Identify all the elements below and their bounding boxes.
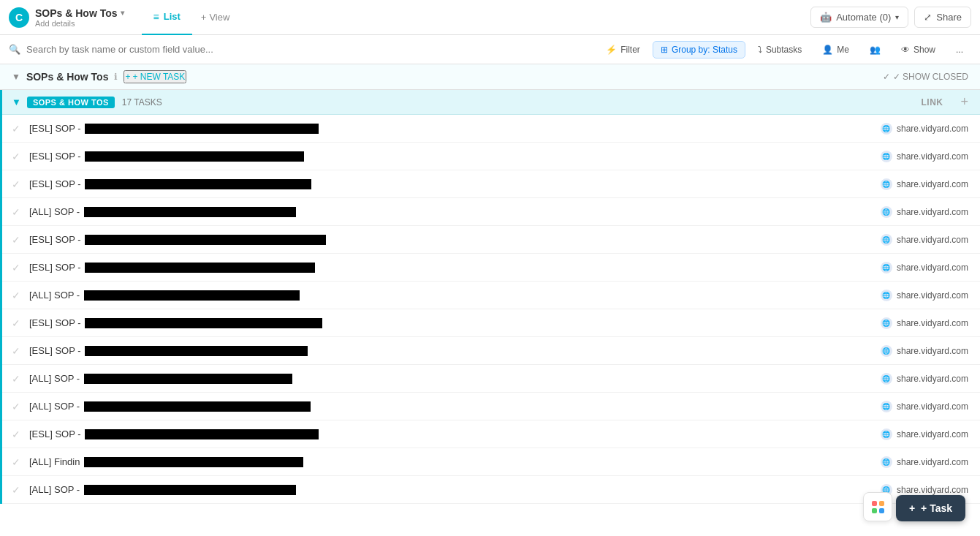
add-column-button[interactable]: + <box>960 94 968 110</box>
task-checkbox[interactable]: ✓ <box>12 206 20 218</box>
task-checkbox[interactable]: ✓ <box>12 373 20 385</box>
task-name[interactable]: [ESL] SOP - <box>29 151 822 162</box>
grid-icon <box>872 501 884 513</box>
task-checkbox[interactable]: ✓ <box>12 429 20 440</box>
task-name[interactable]: [ALL] SOP - <box>29 484 822 496</box>
task-name[interactable]: [ESL] SOP - <box>29 429 822 440</box>
group-by-button[interactable]: ⊞ Group by: Status <box>653 41 745 58</box>
task-name[interactable]: [ALL] SOP - <box>29 206 822 218</box>
task-checkbox[interactable]: ✓ <box>12 401 20 412</box>
subtasks-button[interactable]: ⤵ Subtasks <box>750 41 810 58</box>
more-button[interactable]: ... <box>948 41 971 58</box>
project-title[interactable]: SOPs & How Tos ▾ <box>35 7 124 19</box>
section-collapse-icon[interactable]: ▼ <box>12 97 21 107</box>
task-name[interactable]: [ALL] Findin <box>29 456 822 468</box>
task-checkbox[interactable]: ✓ <box>12 456 20 468</box>
tab-list[interactable]: ≡ List <box>142 0 192 35</box>
add-task-fab[interactable]: + + Task <box>896 495 965 521</box>
task-link[interactable]: 🌐 share.vidyard.com <box>822 456 968 468</box>
task-link[interactable]: 🌐 share.vidyard.com <box>822 290 968 301</box>
link-text: share.vidyard.com <box>897 318 968 328</box>
show-closed-button[interactable]: ✓ ✓ SHOW CLOSED <box>883 72 968 82</box>
task-checkbox[interactable]: ✓ <box>12 234 20 246</box>
table-row: ✓ [ESL] SOP - 🌐 share.vidyard.com <box>0 309 980 337</box>
plus-icon: + <box>125 72 130 82</box>
task-checkbox[interactable]: ✓ <box>12 290 20 301</box>
search-input[interactable] <box>26 44 592 55</box>
task-checkbox[interactable]: ✓ <box>12 178 20 190</box>
task-checkbox[interactable]: ✓ <box>12 317 20 329</box>
globe-icon: 🌐 <box>881 123 892 135</box>
task-link[interactable]: 🌐 share.vidyard.com <box>822 234 968 246</box>
task-name[interactable]: [ESL] SOP - <box>29 123 822 135</box>
group-title: SOPs & How Tos <box>26 71 109 83</box>
table-row: ✓ [ESL] SOP - 🌐 share.vidyard.com <box>0 420 980 448</box>
task-name[interactable]: [ALL] SOP - <box>29 373 822 385</box>
people-button[interactable]: 👥 <box>862 41 889 58</box>
globe-icon: 🌐 <box>881 345 892 357</box>
task-checkbox[interactable]: ✓ <box>12 123 20 135</box>
redacted-content <box>85 263 315 273</box>
redacted-content <box>85 179 311 189</box>
redacted-content <box>84 457 303 467</box>
task-name[interactable]: [ALL] SOP - <box>29 290 822 301</box>
me-button[interactable]: 👤 Me <box>814 41 857 58</box>
task-list: ✓ [ESL] SOP - 🌐 share.vidyard.com ✓ [ESL… <box>0 115 980 504</box>
show-button[interactable]: 👁 Show <box>893 41 943 58</box>
tab-add-view[interactable]: + View <box>192 12 239 23</box>
table-row: ✓ [ALL] SOP - 🌐 share.vidyard.com <box>0 365 980 393</box>
new-task-button[interactable]: + + NEW TASK <box>124 70 186 83</box>
grid-view-button[interactable] <box>863 492 892 521</box>
share-button[interactable]: ⤢ Share <box>914 7 971 28</box>
people-icon: 👥 <box>870 45 881 55</box>
task-link[interactable]: 🌐 share.vidyard.com <box>822 429 968 440</box>
table-row: ✓ [ALL] Findin 🌐 share.vidyard.com <box>0 448 980 476</box>
redacted-content <box>84 374 292 384</box>
task-link[interactable]: 🌐 share.vidyard.com <box>822 317 968 329</box>
redacted-content <box>84 401 311 412</box>
task-checkbox[interactable]: ✓ <box>12 345 20 357</box>
task-name[interactable]: [ESL] SOP - <box>29 262 822 273</box>
redacted-content <box>84 290 300 301</box>
task-checkbox[interactable]: ✓ <box>12 484 20 496</box>
globe-icon: 🌐 <box>881 151 892 162</box>
link-text: share.vidyard.com <box>897 179 968 189</box>
info-icon[interactable]: ℹ <box>114 72 118 82</box>
link-text: share.vidyard.com <box>897 346 968 356</box>
task-name[interactable]: [ALL] SOP - <box>29 401 822 412</box>
task-checkbox[interactable]: ✓ <box>12 151 20 162</box>
link-text: share.vidyard.com <box>897 207 968 217</box>
task-link[interactable]: 🌐 share.vidyard.com <box>822 178 968 190</box>
globe-icon: 🌐 <box>881 206 892 218</box>
table-row: ✓ [ALL] SOP - 🌐 share.vidyard.com <box>0 393 980 420</box>
task-checkbox[interactable]: ✓ <box>12 262 20 273</box>
redacted-content <box>84 207 296 217</box>
list-icon: ≡ <box>153 11 159 23</box>
redacted-content <box>85 429 319 439</box>
task-link[interactable]: 🌐 share.vidyard.com <box>822 151 968 162</box>
nav-right: 🤖 Automate (0) ▾ ⤢ Share <box>810 7 971 28</box>
link-text: share.vidyard.com <box>897 429 968 439</box>
task-link[interactable]: 🌐 share.vidyard.com <box>822 373 968 385</box>
task-link[interactable]: 🌐 share.vidyard.com <box>822 401 968 412</box>
checkmark-icon: ✓ <box>883 72 890 82</box>
plus-icon: + <box>909 502 915 514</box>
more-icon: ... <box>956 45 963 55</box>
task-link[interactable]: 🌐 share.vidyard.com <box>822 345 968 357</box>
app-logo: C <box>9 7 29 28</box>
task-link[interactable]: 🌐 share.vidyard.com <box>822 262 968 273</box>
task-name[interactable]: [ESL] SOP - <box>29 234 822 246</box>
automate-button[interactable]: 🤖 Automate (0) ▾ <box>810 7 908 28</box>
task-link[interactable]: 🌐 share.vidyard.com <box>822 206 968 218</box>
task-link[interactable]: 🌐 share.vidyard.com <box>822 484 968 496</box>
group-collapse-icon[interactable]: ▼ <box>12 72 20 82</box>
link-text: share.vidyard.com <box>897 401 968 412</box>
table-row: ✓ [ESL] SOP - 🌐 share.vidyard.com <box>0 337 980 365</box>
task-link[interactable]: 🌐 share.vidyard.com <box>822 123 968 135</box>
content-area: ▼ SOPs & How Tos ℹ + + NEW TASK ✓ ✓ SHOW… <box>0 64 980 536</box>
filter-button[interactable]: ⚡ Filter <box>598 41 648 58</box>
task-name[interactable]: [ESL] SOP - <box>29 345 822 357</box>
left-accent-bar <box>0 64 2 504</box>
task-name[interactable]: [ESL] SOP - <box>29 178 822 190</box>
task-name[interactable]: [ESL] SOP - <box>29 317 822 329</box>
